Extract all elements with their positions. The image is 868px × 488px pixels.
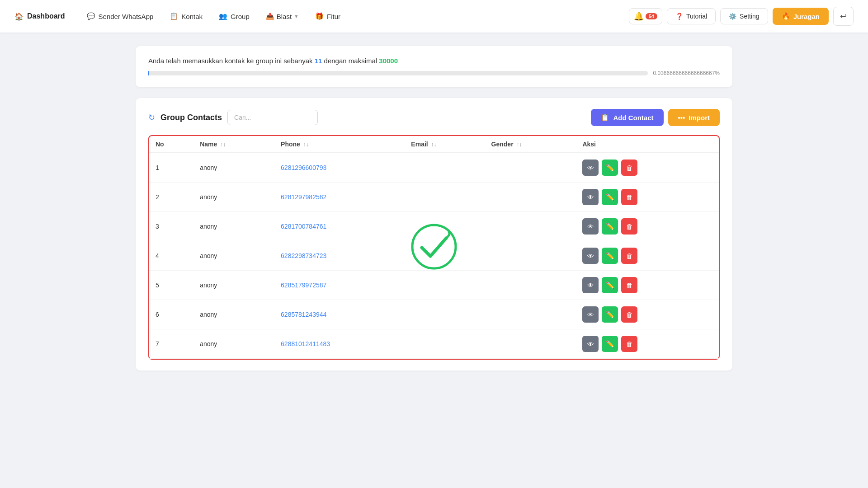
view-button[interactable]: 👁 [582, 277, 599, 293]
delete-button[interactable]: 🗑 [621, 218, 637, 235]
view-button[interactable]: 👁 [582, 218, 599, 235]
juragan-button[interactable]: 🔥 Juragan [773, 8, 829, 25]
table-highlight-box: No Name ↑↓ Phone ↑↓ Email ↑↓ [148, 135, 720, 360]
cell-name: anony [193, 241, 274, 271]
logout-button[interactable]: ↩ [833, 7, 854, 26]
action-buttons: 👁 ✏️ 🗑 [582, 336, 712, 352]
name-sort-icon[interactable]: ↑↓ [220, 141, 226, 148]
cell-no: 3 [149, 212, 193, 241]
notification-button[interactable]: 🔔 54 [629, 8, 662, 24]
contact-table: No Name ↑↓ Phone ↑↓ Email ↑↓ [149, 136, 719, 359]
refresh-icon: ↻ [148, 113, 155, 122]
logo[interactable]: 🏠 Dashboard [14, 12, 65, 21]
action-buttons: 👁 ✏️ 🗑 [582, 218, 712, 235]
cell-name: anony [193, 183, 274, 212]
nav-item-fitur[interactable]: 🎁 Fitur [308, 9, 348, 24]
edit-button[interactable]: ✏️ [602, 160, 618, 176]
pencil-icon: ✏️ [606, 340, 614, 348]
notification-badge: 54 [646, 13, 657, 19]
cell-gender [485, 271, 576, 300]
progress-row: 0.0366666666666666667% [148, 70, 720, 76]
eye-icon: 👁 [587, 340, 594, 348]
edit-button[interactable]: ✏️ [602, 248, 618, 264]
table-wrapper: No Name ↑↓ Phone ↑↓ Email ↑↓ [148, 135, 720, 360]
cell-aksi: 👁 ✏️ 🗑 [576, 153, 719, 183]
chevron-down-icon: ▼ [294, 14, 299, 19]
trash-icon: 🗑 [626, 252, 633, 260]
import-button[interactable]: ••• Import [668, 109, 720, 126]
view-button[interactable]: 👁 [582, 306, 599, 323]
action-buttons: 👁 ✏️ 🗑 [582, 248, 712, 264]
table-row: 5 anony 6285179972587 👁 ✏️ 🗑 [149, 271, 719, 300]
cell-no: 1 [149, 153, 193, 183]
setting-label: Setting [740, 13, 760, 20]
pencil-icon: ✏️ [606, 252, 614, 260]
view-button[interactable]: 👁 [582, 160, 599, 176]
cell-name: anony [193, 271, 274, 300]
email-sort-icon[interactable]: ↑↓ [431, 141, 437, 148]
cell-name: anony [193, 329, 274, 359]
juragan-icon: 🔥 [782, 12, 790, 20]
delete-button[interactable]: 🗑 [621, 336, 637, 352]
setting-button[interactable]: ⚙️ Setting [720, 8, 768, 24]
table-head: No Name ↑↓ Phone ↑↓ Email ↑↓ [149, 136, 719, 153]
gear-icon: ⚙️ [729, 13, 736, 20]
edit-button[interactable]: ✏️ [602, 218, 618, 235]
nav-item-group[interactable]: 👥 Group [212, 9, 257, 24]
delete-button[interactable]: 🗑 [621, 277, 637, 293]
delete-button[interactable]: 🗑 [621, 189, 637, 205]
info-current: 11 [315, 57, 322, 65]
view-button[interactable]: 👁 [582, 189, 599, 205]
blast-icon: 📤 [266, 12, 274, 20]
phone-link[interactable]: 6281297982582 [281, 193, 326, 201]
action-buttons: 👁 ✏️ 🗑 [582, 189, 712, 205]
nav-item-sender[interactable]: 💬 Sender WhatsApp [80, 9, 161, 24]
phone-link[interactable]: 6281296600793 [281, 164, 326, 171]
import-label: Import [689, 114, 710, 122]
phone-sort-icon[interactable]: ↑↓ [303, 141, 309, 148]
info-bar: Anda telah memasukkan kontak ke group in… [136, 46, 732, 87]
cell-gender [485, 241, 576, 271]
gender-sort-icon[interactable]: ↑↓ [517, 141, 522, 148]
phone-link[interactable]: 62881012411483 [281, 340, 330, 347]
delete-button[interactable]: 🗑 [621, 306, 637, 323]
trash-icon: 🗑 [626, 311, 633, 319]
delete-button[interactable]: 🗑 [621, 248, 637, 264]
phone-link[interactable]: 6281700784761 [281, 223, 326, 230]
delete-button[interactable]: 🗑 [621, 160, 637, 176]
trash-icon: 🗑 [626, 193, 633, 201]
cell-phone: 6281700784761 [274, 212, 405, 241]
nav-item-blast[interactable]: 📤 Blast ▼ [259, 9, 306, 24]
nav-kontak-label: Kontak [181, 13, 203, 20]
view-button[interactable]: 👁 [582, 248, 599, 264]
progress-bar-bg [148, 71, 648, 75]
phone-link[interactable]: 6282298734723 [281, 252, 326, 259]
add-contact-button[interactable]: 📋 Add Contact [591, 109, 663, 126]
phone-link[interactable]: 6285179972587 [281, 282, 326, 289]
eye-icon: 👁 [587, 223, 594, 230]
trash-icon: 🗑 [626, 340, 633, 348]
cell-gender [485, 212, 576, 241]
edit-button[interactable]: ✏️ [602, 277, 618, 293]
edit-button[interactable]: ✏️ [602, 189, 618, 205]
eye-icon: 👁 [587, 311, 594, 319]
home-icon: 🏠 [14, 12, 24, 21]
cell-gender [485, 183, 576, 212]
cell-aksi: 👁 ✏️ 🗑 [576, 329, 719, 359]
edit-button[interactable]: ✏️ [602, 306, 618, 323]
phone-link[interactable]: 6285781243944 [281, 311, 326, 318]
refresh-button[interactable]: ↻ [148, 113, 155, 122]
cell-email [405, 271, 485, 300]
action-buttons: 👁 ✏️ 🗑 [582, 306, 712, 323]
edit-button[interactable]: ✏️ [602, 336, 618, 352]
tutorial-icon: ❓ [675, 13, 683, 20]
cell-email [405, 212, 485, 241]
cell-email [405, 241, 485, 271]
nav-item-kontak[interactable]: 📋 Kontak [162, 9, 210, 24]
cell-gender [485, 329, 576, 359]
search-input[interactable] [227, 110, 318, 125]
logo-label: Dashboard [27, 12, 65, 20]
view-button[interactable]: 👁 [582, 336, 599, 352]
tutorial-button[interactable]: ❓ Tutorial [667, 8, 716, 24]
import-icon: ••• [678, 114, 685, 122]
